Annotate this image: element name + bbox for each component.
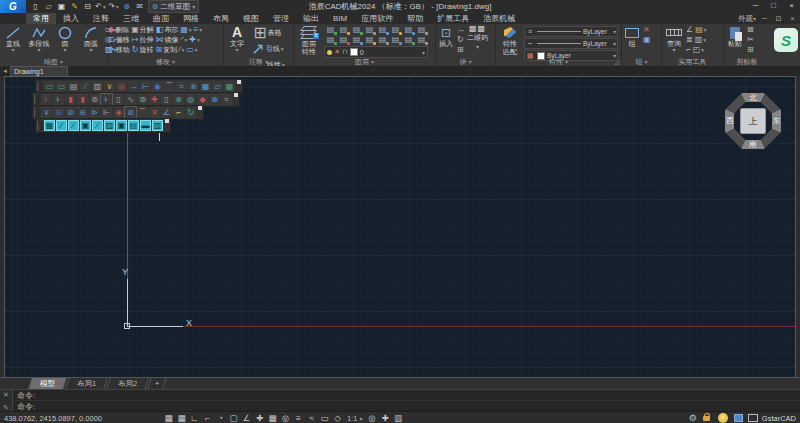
fillet-button[interactable]: ◜▾ — [180, 35, 187, 45]
arc-button[interactable]: 圆弧▾ — [78, 25, 104, 53]
bolt2-icon[interactable]: ⊦ — [53, 94, 64, 105]
measure-angle-icon[interactable]: ∠ — [686, 25, 693, 35]
mech-sheet-icon[interactable]: ▦ — [200, 81, 211, 92]
tab-三维[interactable]: 三维 — [116, 13, 146, 24]
measure-list-icon[interactable]: ≣ — [686, 35, 693, 45]
mech-line-icon[interactable]: ∕ — [80, 81, 91, 92]
otrack-icon[interactable]: ✚ — [253, 413, 266, 423]
layer-tool-icon[interactable]: ▤ — [350, 25, 363, 35]
trim-button[interactable]: ∕▾ — [179, 45, 184, 55]
osnap3d-icon[interactable]: ∠ — [240, 413, 253, 423]
add-layout-button[interactable]: + — [148, 378, 168, 389]
cross-icon[interactable]: ✚ — [149, 94, 160, 105]
corner-icon[interactable]: ⌐ — [173, 107, 184, 118]
measure-button[interactable]: 查询 ▾ — [662, 25, 686, 53]
save-as-icon[interactable]: ✎ — [69, 1, 80, 12]
close-button[interactable]: × — [783, 0, 800, 13]
tab-BIM[interactable]: BIM — [326, 13, 354, 24]
mech-dim-icon[interactable]: ↔ — [128, 81, 139, 92]
panel-label-draw[interactable]: 绘图 ▾ — [0, 57, 107, 66]
panel-label-group[interactable]: 组 ▾ — [622, 57, 661, 66]
isolate-objects-icon[interactable] — [734, 413, 744, 423]
text-button[interactable]: A 文字 ▾ — [224, 25, 250, 53]
flange-icon[interactable]: ⊕ — [209, 94, 220, 105]
tab-帮助[interactable]: 帮助 — [400, 13, 430, 24]
linetype-dropdown[interactable]: ╌ ByLayer ▾ — [524, 38, 618, 49]
annotation-vis-icon[interactable]: ◎ — [366, 413, 379, 423]
paste-button[interactable]: 粘贴 — [724, 25, 746, 48]
tab-布局[interactable]: 布局 — [206, 13, 236, 24]
dim-cols-icon[interactable]: ▥ — [152, 120, 163, 131]
hardware-accel-icon[interactable] — [718, 413, 728, 423]
wheel-icon[interactable]: ◆ — [197, 94, 208, 105]
autoscale-icon[interactable]: ✚ — [379, 413, 392, 423]
layer-tool-icon[interactable]: ▤ — [402, 35, 415, 45]
dim-box-icon[interactable]: ▣ — [80, 120, 91, 131]
workspace-switcher[interactable]: ⚙ 二维草图 ▾ — [148, 0, 199, 13]
document-tab[interactable]: Drawing1 — [10, 66, 68, 76]
array-button[interactable]: ▦▾ — [180, 25, 191, 35]
taper-icon[interactable]: ⊳ — [89, 107, 100, 118]
toolbar-overflow-icon[interactable] — [165, 119, 169, 123]
pline-button[interactable]: 多段线▾ — [26, 25, 52, 53]
view-cube-east[interactable]: 东 — [773, 117, 781, 125]
layer-tool-icon[interactable]: ▤ — [324, 25, 337, 35]
nut-icon[interactable]: ⊚ — [89, 94, 100, 105]
mech-tol-icon[interactable]: ◉ — [152, 81, 163, 92]
weld-icon[interactable]: ∨ — [41, 107, 52, 118]
stud-icon[interactable]: ▮ — [65, 94, 76, 105]
copy-button[interactable]: ⊞复制 — [155, 45, 177, 55]
panel-label-annotate[interactable]: 注释 ▾ — [224, 57, 293, 66]
block-define-icon[interactable]: ⊞ — [456, 45, 465, 55]
tab-视图[interactable]: 视图 — [236, 13, 266, 24]
layout-tab-布局2[interactable]: 布局2 — [106, 378, 149, 389]
panel-label-modify[interactable]: 修改 ▾ — [108, 57, 223, 66]
measure-dist-icon[interactable]: ⌐ — [686, 45, 691, 55]
mech-wave-icon[interactable]: ≋ — [188, 81, 199, 92]
tab-注释[interactable]: 注释 — [86, 13, 116, 24]
dialog-launcher-icon[interactable]: ◿ — [614, 58, 619, 65]
mirror-button[interactable]: ⋈镜像 — [155, 35, 178, 45]
copy-base-icon[interactable]: ⊞ — [746, 45, 754, 55]
osnap-icon[interactable]: ▢ — [227, 413, 240, 423]
arc2-icon[interactable]: ⌒ — [137, 107, 148, 118]
toolbar-overflow-icon[interactable] — [237, 80, 241, 84]
cut-icon[interactable]: ✂ — [746, 35, 754, 45]
view-cube-north[interactable]: 北 — [749, 94, 757, 102]
tab-网格[interactable]: 网格 — [176, 13, 206, 24]
dim-hatch-icon[interactable]: ▨ — [104, 120, 115, 131]
dim-bar-icon[interactable]: ▬ — [140, 120, 151, 131]
toolbar-grip[interactable] — [34, 108, 39, 117]
boolean-button[interactable]: ◧布尔 — [156, 25, 179, 35]
group-edit-icon[interactable]: ▣ — [642, 35, 651, 45]
clean-screen-icon[interactable] — [748, 413, 758, 423]
panel-label-properties[interactable]: 特性 ▾ — [496, 57, 621, 66]
tab-浩辰机械[interactable]: 浩辰机械 — [476, 13, 522, 24]
snap-mode-icon[interactable]: ▦ — [175, 413, 188, 423]
ring-icon[interactable]: ⊚ — [137, 94, 148, 105]
tab-scroll-left-icon[interactable]: ◂ — [0, 66, 10, 76]
dim-lin-icon[interactable]: ∕ — [56, 120, 67, 131]
balloon-icon[interactable]: ⊖ — [77, 107, 88, 118]
toolbar-grip[interactable] — [37, 82, 42, 91]
chat-icon[interactable]: ✉ — [134, 1, 145, 12]
refresh-icon[interactable]: ↻ — [185, 107, 196, 118]
app-logo-icon[interactable]: G — [0, 0, 26, 13]
angle-icon[interactable]: ∠ — [161, 107, 172, 118]
qr-code-button[interactable]: ▩▩ 二维码 ▾ — [467, 25, 488, 50]
open-folder-icon[interactable]: ▱ — [43, 1, 54, 12]
shaft-icon[interactable]: ▯ — [161, 94, 172, 105]
ungroup-icon[interactable]: ✕ — [642, 25, 651, 35]
edge-icon[interactable]: ⊩ — [101, 107, 112, 118]
isodraft-icon[interactable]: ◔ — [214, 413, 227, 423]
grid-display-icon[interactable]: ▦ — [162, 413, 175, 423]
mark2-icon[interactable]: ◈ — [113, 107, 124, 118]
doc-close-button[interactable]: × — [787, 15, 798, 24]
gstarcad-collab-logo-icon[interactable]: S — [774, 28, 798, 52]
tab-应用软件[interactable]: 应用软件 — [354, 13, 400, 24]
panel-label-block[interactable]: 块 ▾ — [436, 57, 495, 66]
del-sym-icon[interactable]: ✕ — [149, 107, 160, 118]
table-button[interactable]: ⊞表格 — [250, 25, 285, 41]
panel-label-layers[interactable]: 图层 ▾ — [294, 57, 435, 66]
unlock-icon[interactable] — [702, 413, 712, 423]
